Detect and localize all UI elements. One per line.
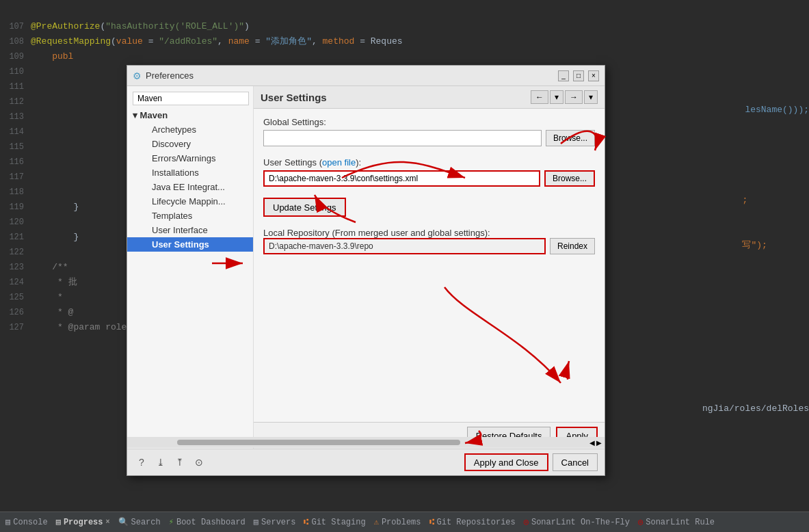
progress-close[interactable]: × [106, 518, 110, 526]
dialog-sidebar: ▾ Maven Archetypes Discovery Errors/Warn… [127, 86, 254, 449]
user-settings-group: User Settings (open file): Browse... [263, 157, 595, 187]
nav-forward-button[interactable]: → [565, 90, 583, 104]
dialog-titlebar: ⚙ Preferences _ □ × [127, 66, 605, 86]
code-line-107: 107 @PreAuthorize("hasAuthority('ROLE_AL… [0, 19, 809, 34]
dialog-footer: ? ⤓ ⤒ ⊙ Apply and Close Cancel [127, 449, 605, 475]
preferences-icon: ⚙ [133, 70, 142, 81]
sidebar-filter-input[interactable] [133, 92, 249, 105]
sonarlint-fly-icon: ◎ [524, 517, 529, 527]
export-icon[interactable]: ⤓ [153, 455, 168, 470]
content-header: User Settings ← ▾ → ▾ [254, 86, 605, 109]
user-settings-input[interactable] [263, 170, 540, 187]
code-line-109: 109 publ [0, 49, 809, 64]
git-staging-icon: ⑆ [304, 518, 308, 527]
status-search[interactable]: 🔍 Search [118, 517, 161, 527]
global-settings-label: Global Settings: [263, 117, 595, 127]
nav-back-dropdown[interactable]: ▾ [550, 90, 563, 104]
status-bar: ▤ Console ▤ Progress × 🔍 Search ⚡ Boot D… [0, 511, 809, 532]
sonarlint-rule-icon: ◎ [638, 517, 643, 527]
close-button[interactable]: × [588, 70, 599, 81]
sidebar-item-lifecycle[interactable]: Lifecycle Mappin... [127, 194, 253, 209]
maximize-button[interactable]: □ [573, 70, 584, 81]
update-settings-group: Update Settings [263, 198, 595, 217]
preferences-dialog: ⚙ Preferences _ □ × ▾ Maven Archetypes D… [127, 65, 605, 476]
cancel-button[interactable]: Cancel [553, 453, 598, 471]
update-settings-button[interactable]: Update Settings [263, 198, 346, 217]
local-repo-group: Local Repository (From merged user and g… [263, 228, 595, 254]
progress-icon: ▤ [56, 517, 61, 527]
servers-icon: ▤ [254, 517, 258, 527]
nav-buttons: ← ▾ → ▾ [531, 90, 598, 104]
sidebar-item-archetypes[interactable]: Archetypes [127, 122, 253, 137]
help-icon[interactable]: ? [134, 455, 149, 470]
sidebar-item-maven[interactable]: ▾ Maven [127, 108, 253, 122]
footer-right: Apply and Close Cancel [464, 453, 598, 471]
dialog-title: Preferences [146, 70, 554, 81]
sidebar-item-user-settings[interactable]: User Settings [127, 237, 253, 252]
status-console[interactable]: ▤ Console [5, 517, 48, 527]
user-browse-button[interactable]: Browse... [544, 170, 595, 187]
status-git-repos[interactable]: ⑆ Git Repositories [429, 518, 516, 527]
sidebar-item-user-interface[interactable]: User Interface [127, 223, 253, 237]
global-browse-button[interactable]: Browse... [546, 130, 595, 146]
boot-icon: ⚡ [169, 517, 174, 527]
sidebar-item-errors[interactable]: Errors/Warnings [127, 151, 253, 165]
user-settings-row: Browse... [263, 170, 595, 187]
problems-icon: ⚠ [374, 517, 379, 527]
status-progress[interactable]: ▤ Progress × [56, 517, 110, 527]
import-icon[interactable]: ⤒ [172, 455, 187, 470]
user-settings-label: User Settings (open file): [263, 157, 595, 168]
status-problems[interactable]: ⚠ Problems [374, 517, 421, 527]
nav-back-button[interactable]: ← [531, 90, 548, 104]
git-repos-icon: ⑆ [429, 518, 434, 527]
local-repo-label: Local Repository (From merged user and g… [263, 228, 490, 238]
status-sonarlint-fly[interactable]: ◎ SonarLint On-The-Fly [524, 517, 630, 527]
sidebar-item-discovery[interactable]: Discovery [127, 137, 253, 151]
status-sonarlint-rule[interactable]: ◎ SonarLint Rule [638, 517, 715, 527]
dialog-content: User Settings ← ▾ → ▾ Global Settings: B… [254, 86, 605, 449]
console-icon: ▤ [5, 517, 10, 527]
content-title: User Settings [261, 92, 327, 103]
open-file-link[interactable]: open file [322, 157, 356, 168]
status-boot-dashboard[interactable]: ⚡ Boot Dashboard [169, 517, 246, 527]
sidebar-item-installations[interactable]: Installations [127, 165, 253, 180]
status-servers[interactable]: ▤ Servers [254, 517, 296, 527]
global-settings-input[interactable] [263, 130, 542, 146]
apply-close-button[interactable]: Apply and Close [464, 453, 548, 471]
minimize-button[interactable]: _ [558, 70, 569, 81]
local-repo-input [263, 238, 546, 254]
search-icon: 🔍 [118, 517, 129, 527]
dialog-body: ▾ Maven Archetypes Discovery Errors/Warn… [127, 86, 605, 449]
code-line-108: 108 @RequestMapping(value = "/addRoles",… [0, 34, 809, 49]
status-git-staging[interactable]: ⑆ Git Staging [304, 518, 365, 527]
sidebar-item-javaee[interactable]: Java EE Integrat... [127, 180, 253, 194]
sidebar-item-templates[interactable]: Templates [127, 209, 253, 223]
preferences-icon-btn[interactable]: ⊙ [191, 455, 207, 470]
local-repo-row: Reindex [263, 238, 595, 254]
global-settings-group: Global Settings: Browse... [263, 117, 595, 146]
content-body: Global Settings: Browse... User Settings… [254, 109, 605, 422]
nav-forward-dropdown[interactable]: ▾ [584, 90, 598, 104]
global-settings-row: Browse... [263, 130, 595, 146]
reindex-button[interactable]: Reindex [550, 238, 595, 254]
footer-left: ? ⤓ ⤒ ⊙ [134, 455, 207, 470]
